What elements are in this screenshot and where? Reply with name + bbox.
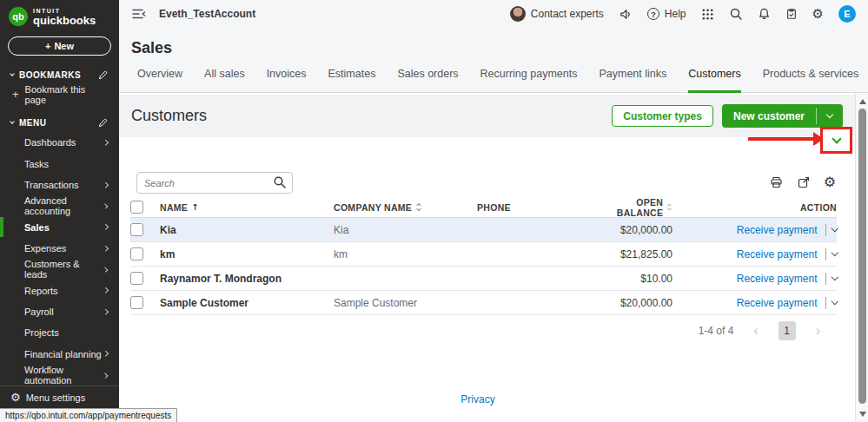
sidebar-item-payroll[interactable]: Payroll bbox=[0, 301, 119, 322]
receive-payment-link[interactable]: Receive payment bbox=[737, 248, 818, 260]
sidebar-item-transactions[interactable]: Transactions bbox=[0, 175, 119, 195]
tab-estimates[interactable]: Estimates bbox=[328, 68, 376, 92]
sidebar-item-expenses[interactable]: Expenses bbox=[0, 238, 119, 259]
announcements-megaphone-icon[interactable] bbox=[619, 8, 633, 21]
row-action-dropdown-icon[interactable] bbox=[831, 298, 838, 305]
privacy-row: Privacy bbox=[119, 391, 837, 406]
edit-pencil-icon[interactable] bbox=[97, 117, 109, 129]
column-name[interactable]: NAME bbox=[160, 202, 188, 213]
contact-experts-button[interactable]: Contact experts bbox=[510, 6, 604, 22]
vertical-scrollbar[interactable] bbox=[855, 94, 868, 422]
new-customer-dropdown-button[interactable] bbox=[817, 104, 843, 128]
search-icon[interactable] bbox=[729, 7, 743, 21]
tab-products-services[interactable]: Products & services bbox=[763, 68, 858, 92]
browser-status-bar: https://qbo.intuit.com/app/paymentreques… bbox=[0, 408, 177, 422]
row-action-dropdown-icon[interactable] bbox=[831, 274, 838, 280]
receive-payment-link[interactable]: Receive payment bbox=[737, 297, 818, 309]
chevron-right-icon bbox=[103, 140, 108, 145]
customers-table: NAME ↑ COMPANY NAME PHONE OPEN BALANCE A… bbox=[130, 197, 837, 315]
sidebar-item-reports[interactable]: Reports bbox=[0, 280, 119, 300]
chevron-right-icon bbox=[103, 224, 108, 229]
table-row[interactable]: Kia Kia $20,000.00 Receive payment bbox=[130, 218, 837, 242]
column-open-balance[interactable]: OPEN BALANCE bbox=[599, 197, 663, 218]
customer-types-button[interactable]: Customer types bbox=[612, 105, 713, 127]
column-action: ACTION bbox=[800, 202, 837, 213]
edit-pencil-icon[interactable] bbox=[97, 69, 109, 81]
row-action-dropdown-icon[interactable] bbox=[831, 249, 838, 256]
menu-settings-label: Menu settings bbox=[26, 392, 85, 403]
tasks-clipboard-icon[interactable] bbox=[785, 7, 798, 21]
settings-gear-icon[interactable]: ⚙ bbox=[812, 8, 824, 21]
collapse-section-chevron-icon[interactable] bbox=[832, 134, 841, 143]
table-row[interactable]: km km $21,825.00 Receive payment bbox=[130, 242, 837, 267]
search-input[interactable] bbox=[136, 172, 293, 194]
row-checkbox[interactable] bbox=[130, 223, 143, 236]
print-icon[interactable] bbox=[769, 175, 784, 189]
row-checkbox[interactable] bbox=[130, 296, 143, 309]
customer-name[interactable]: Kia bbox=[160, 224, 334, 236]
main-area: Eveth_TestAccount Contact experts ? Help bbox=[119, 0, 868, 422]
pagination-next-icon[interactable]: › bbox=[816, 324, 820, 338]
menu-settings[interactable]: ⚙ Menu settings bbox=[0, 386, 119, 408]
tab-customers[interactable]: Customers bbox=[688, 68, 740, 93]
bookmarks-section-header[interactable]: BOOKMARKS bbox=[0, 65, 119, 83]
table-header-row: NAME ↑ COMPANY NAME PHONE OPEN BALANCE A… bbox=[130, 197, 837, 218]
customers-header-band: Customers Customer types New customer bbox=[119, 95, 855, 137]
plus-icon: + bbox=[12, 88, 19, 101]
sidebar-item-projects[interactable]: Projects bbox=[0, 322, 119, 343]
sidebar-item-sales[interactable]: Sales bbox=[0, 216, 119, 237]
open-balance: $20,000.00 bbox=[599, 297, 673, 309]
pagination: 1-4 of 4 ‹ 1 › bbox=[699, 321, 820, 340]
apps-grid-icon[interactable] bbox=[701, 8, 714, 21]
user-avatar[interactable]: E bbox=[838, 5, 856, 23]
bookmark-this-page[interactable]: + Bookmark this page bbox=[0, 84, 119, 105]
table-row[interactable]: Sample Customer Sample Customer $20,000.… bbox=[130, 291, 837, 315]
tab-payment-links[interactable]: Payment links bbox=[599, 68, 666, 92]
open-balance: $20,000.00 bbox=[599, 224, 673, 236]
row-checkbox[interactable] bbox=[130, 247, 143, 260]
scrollbar-thumb[interactable] bbox=[858, 109, 866, 404]
bookmark-this-page-label: Bookmark this page bbox=[25, 84, 109, 105]
sort-icon bbox=[666, 202, 673, 212]
customer-name[interactable]: Sample Customer bbox=[160, 297, 334, 309]
table-settings-gear-icon[interactable]: ⚙ bbox=[824, 175, 836, 189]
collapse-sidebar-icon[interactable] bbox=[131, 7, 147, 21]
tab-invoices[interactable]: Invoices bbox=[267, 68, 307, 92]
select-all-checkbox[interactable] bbox=[130, 201, 143, 214]
pagination-prev-icon[interactable]: ‹ bbox=[753, 324, 758, 338]
privacy-link[interactable]: Privacy bbox=[461, 393, 494, 406]
customer-name[interactable]: Raynamor T. Mondragon bbox=[160, 273, 334, 285]
row-checkbox[interactable] bbox=[130, 272, 143, 285]
sidebar-item-tasks[interactable]: Tasks bbox=[0, 153, 119, 174]
table-row[interactable]: Raynamor T. Mondragon $10.00 Receive pay… bbox=[130, 267, 837, 291]
column-company-name[interactable]: COMPANY NAME bbox=[334, 202, 412, 213]
quickbooks-logo[interactable]: qb INTUIT quickbooks bbox=[0, 0, 119, 30]
new-customer-button[interactable]: New customer bbox=[722, 104, 816, 128]
column-phone[interactable]: PHONE bbox=[477, 202, 511, 213]
sidebar-item-workflow-automation[interactable]: Workflow automation bbox=[0, 365, 119, 386]
account-name[interactable]: Eveth_TestAccount bbox=[159, 8, 255, 20]
sidebar-item-customers-leads[interactable]: Customers & leads bbox=[0, 259, 119, 280]
new-customer-split-button: New customer bbox=[722, 104, 843, 128]
help-button[interactable]: ? Help bbox=[647, 8, 686, 20]
search-icon[interactable] bbox=[273, 175, 287, 189]
sidebar-item-advanced-accounting[interactable]: Advanced accounting bbox=[0, 195, 119, 216]
notifications-bell-icon[interactable] bbox=[758, 7, 771, 21]
row-action-dropdown-icon[interactable] bbox=[831, 225, 838, 232]
tab-overview[interactable]: Overview bbox=[137, 68, 182, 92]
export-icon[interactable] bbox=[797, 175, 811, 189]
scrollbar-up-arrow[interactable] bbox=[859, 99, 866, 104]
sidebar: qb INTUIT quickbooks + New BOOKMARKS + B… bbox=[0, 0, 119, 408]
tab-all-sales[interactable]: All sales bbox=[204, 68, 245, 92]
menu-section-header[interactable]: MENU bbox=[0, 114, 119, 132]
sidebar-item-financial-planning[interactable]: Financial planning bbox=[0, 343, 119, 364]
scrollbar-down-arrow[interactable] bbox=[859, 412, 866, 417]
customer-name[interactable]: km bbox=[160, 248, 334, 260]
new-button[interactable]: + New bbox=[8, 36, 111, 56]
pagination-page-1[interactable]: 1 bbox=[779, 321, 796, 340]
receive-payment-link[interactable]: Receive payment bbox=[737, 273, 818, 285]
tab-recurring-payments[interactable]: Recurring payments bbox=[480, 68, 578, 92]
tab-sales-orders[interactable]: Sales orders bbox=[397, 68, 458, 92]
sidebar-item-dashboards[interactable]: Dashboards bbox=[0, 132, 119, 153]
receive-payment-link[interactable]: Receive payment bbox=[737, 224, 818, 236]
